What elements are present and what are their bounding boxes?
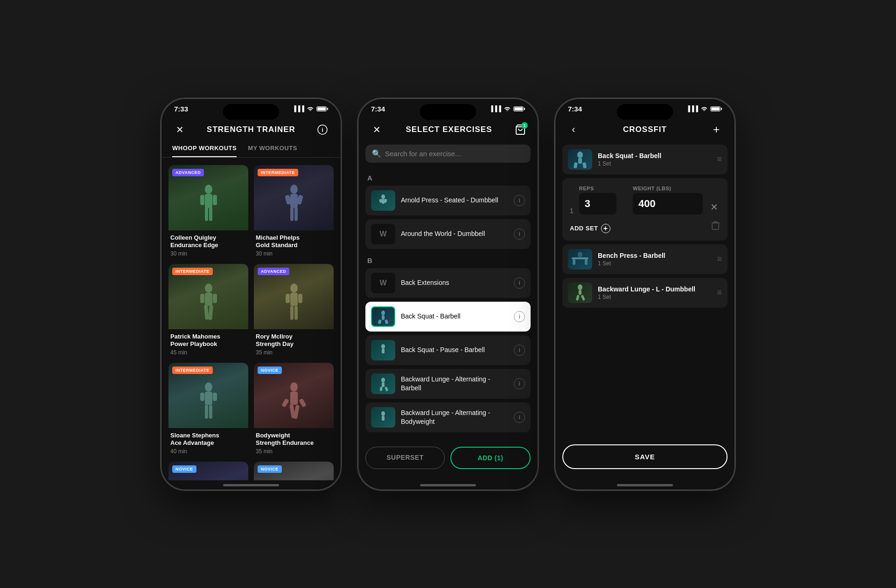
info-icon-backsquat[interactable]: i (514, 311, 525, 322)
drag-handle-backward-lunge[interactable]: ≡ (717, 288, 722, 297)
status-icons-2: ▐▐▐ (489, 105, 525, 112)
page-title-1: STRENGTH TRAINER (207, 125, 295, 134)
tab-my-workouts[interactable]: MY WORKOUTS (248, 145, 297, 157)
reps-input[interactable] (579, 193, 616, 214)
workout-name-1: Michael PhelpsGold Standard (256, 234, 332, 250)
svg-point-39 (381, 194, 385, 199)
workout-image-2: INTERMEDIATE (168, 264, 248, 329)
header-3: ‹ CROSSFIT + (555, 117, 735, 145)
info-icon-backext[interactable]: i (514, 277, 525, 289)
save-button[interactable]: SAVE (562, 444, 728, 469)
workout-card-3[interactable]: ADVANCED Rory McIlroyStrength Day 35 min (254, 264, 334, 357)
exercise-thumb-blunge-barbell (371, 374, 395, 394)
svg-rect-52 (385, 387, 388, 391)
search-bar[interactable]: 🔍 Search for an exercise... (365, 145, 531, 163)
svg-rect-18 (204, 304, 209, 320)
close-button-1[interactable]: ✕ (172, 122, 187, 137)
phone-1-strength-trainer: 7:33 ▐▐▐ ✕ STRENGTH TRAINER i WHOOP WORK… (160, 97, 342, 491)
weight-column: WEIGHT (lbs) (633, 186, 703, 214)
close-button-2[interactable]: ✕ (369, 122, 384, 137)
exercise-back-squat-pause[interactable]: Back Squat - Pause - Barbell i (365, 335, 531, 365)
weight-input[interactable] (633, 193, 703, 214)
page-title-2: SELECT EXERCISES (406, 125, 492, 134)
workout-badge-2: INTERMEDIATE (172, 268, 213, 275)
wifi-icon-2 (504, 105, 511, 112)
add-set-button[interactable]: ADD SET + (570, 224, 610, 233)
exercise-row-bench-press[interactable]: Bench Press - Barbell 1 Set ≡ (562, 244, 728, 274)
svg-rect-44 (382, 315, 385, 320)
p3-thumb-back-squat (568, 149, 592, 170)
workout-card-7[interactable]: NOVICE (254, 462, 334, 480)
exercise-row-backward-lunge[interactable]: Backward Lunge - L - Dumbbell 1 Set ≡ (562, 278, 728, 308)
back-button-3[interactable]: ‹ (566, 122, 581, 137)
phone-3-crossfit: 7:34 ▐▐▐ ‹ CROSSFIT + (554, 97, 736, 491)
home-indicator-2 (420, 484, 476, 486)
svg-rect-31 (209, 405, 212, 419)
battery-icon-1 (316, 106, 328, 111)
workout-duration-2: 45 min (170, 349, 246, 356)
exercise-back-extensions[interactable]: W Back Extensions i (365, 268, 531, 298)
workout-card-1[interactable]: INTERMEDIATE Michael PhelpsGold Standard… (254, 165, 334, 258)
exercise-back-squat[interactable]: Back Squat - Barbell i (365, 302, 531, 332)
workout-info-2: Patrick MahomesPower Playbook 45 min (168, 329, 248, 357)
svg-rect-9 (290, 194, 298, 208)
drag-handle-bench-press[interactable]: ≡ (717, 254, 722, 264)
set-row-1: 1 REPS WEIGHT (lbs) ✕ (570, 186, 720, 214)
battery-icon-3 (710, 106, 722, 111)
delete-set-button[interactable] (711, 220, 720, 233)
svg-rect-60 (572, 257, 588, 259)
workout-card-5[interactable]: NOVICE BodyweightStrength Endurance 35 m… (254, 363, 334, 456)
status-time-3: 7:34 (568, 105, 582, 113)
status-icons-3: ▐▐▐ (686, 105, 722, 112)
info-icon-blunge-bw[interactable]: i (514, 412, 525, 423)
status-icons-1: ▐▐▐ (292, 105, 328, 112)
info-icon-blunge-barbell[interactable]: i (514, 378, 525, 389)
drag-handle-back-squat[interactable]: ≡ (717, 154, 722, 164)
close-set-button[interactable]: ✕ (708, 200, 720, 214)
home-indicator-1 (223, 484, 279, 486)
add-set-label: ADD SET (570, 225, 598, 232)
exercise-backward-lunge-barbell[interactable]: Backward Lunge - Alternating - Barbell i (365, 369, 531, 399)
exercise-backward-lunge-bodyweight[interactable]: Backward Lunge - Alternating - Bodyweigh… (365, 402, 531, 432)
superset-button[interactable]: SUPERSET (365, 447, 445, 469)
reps-column: REPS (579, 186, 627, 214)
exercise-row-back-squat[interactable]: Back Squat - Barbell 1 Set ≡ (562, 145, 728, 174)
svg-rect-19 (208, 305, 213, 320)
exercise-around-world[interactable]: W Around the World - Dumbbell i (365, 219, 531, 249)
info-button-1[interactable]: i (315, 122, 330, 137)
exercise-thumb-blunge-bw (371, 407, 395, 428)
add-button-3[interactable]: + (709, 122, 724, 137)
exercise-name-back-extensions: Back Extensions (401, 278, 508, 287)
workout-card-4[interactable]: INTERMEDIATE Sloane StephensAce Advantag… (168, 363, 248, 456)
weight-label: WEIGHT (lbs) (633, 186, 703, 191)
svg-rect-59 (712, 223, 719, 229)
p3-info-backward-lunge: Backward Lunge - L - Dumbbell 1 Set (598, 285, 711, 300)
section-a: A (365, 170, 531, 186)
add-button[interactable]: ADD (1) (450, 447, 531, 469)
workout-card-6[interactable]: NOVICE (168, 462, 248, 480)
signal-icon-3: ▐▐▐ (686, 105, 698, 112)
exercise-thumb-backsquat (371, 306, 395, 327)
p3-sets-backward-lunge: 1 Set (598, 294, 711, 300)
workout-duration-3: 35 min (256, 349, 332, 356)
status-time-2: 7:34 (371, 105, 385, 113)
info-icon-around[interactable]: i (514, 228, 525, 240)
p3-sets-bench-press: 1 Set (598, 260, 711, 267)
battery-icon-2 (513, 106, 525, 111)
exercise-arnold-press[interactable]: Arnold Press - Seated - Dumbbell i (365, 186, 531, 215)
svg-rect-15 (205, 293, 212, 306)
home-indicator-3 (617, 484, 673, 486)
svg-rect-4 (200, 195, 204, 205)
svg-point-47 (381, 344, 385, 349)
cart-button[interactable]: 1 (514, 123, 527, 136)
info-icon-arnold[interactable]: i (514, 195, 525, 206)
workout-card-2[interactable]: INTERMEDIATE Patrick MahomesPower Playbo… (168, 264, 248, 357)
workout-info-0: Colleen QuigleyEndurance Edge 30 min (168, 230, 248, 258)
workout-badge-1: INTERMEDIATE (258, 169, 298, 176)
workout-card-0[interactable]: ADVANCED Colleen QuigleyEndurance Edge 3… (168, 165, 248, 258)
svg-rect-17 (213, 294, 217, 303)
tab-whoop-workouts[interactable]: WHOOP WORKOUTS (172, 145, 237, 157)
svg-rect-25 (294, 306, 298, 320)
set-index-1: 1 (570, 207, 574, 214)
info-icon-bsquat-pause[interactable]: i (514, 345, 525, 356)
